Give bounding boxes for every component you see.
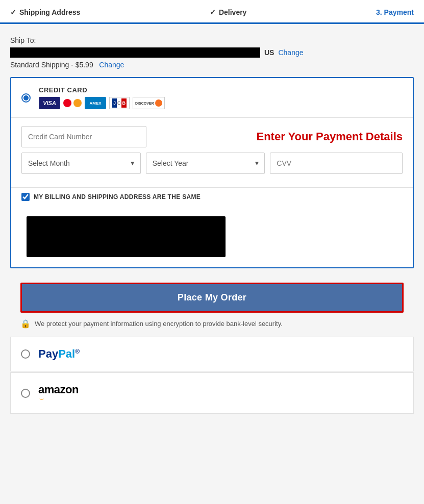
month-wrapper: Select Month010203040506070809101112 ▼: [21, 153, 141, 174]
billing-address-block: [21, 211, 403, 262]
amex-logo: AMEX: [85, 97, 106, 109]
cc-number-row: Enter Your Payment Details: [21, 126, 403, 147]
step3-label: 3. Payment: [376, 8, 414, 16]
billing-label: MY BILLING AND SHIPPING ADDRESS ARE THE …: [34, 193, 201, 200]
paypal-logo: PayPal®: [38, 347, 80, 361]
step2-check-icon: ✓: [210, 8, 216, 16]
card-logos: VISA AMEX J C B D: [39, 97, 165, 109]
credit-card-option-header: CREDIT CARD VISA AMEX J C B: [11, 78, 413, 117]
year-wrapper: Select Year20242025202620272028202920302…: [146, 153, 265, 174]
credit-card-title: CREDIT CARD: [39, 86, 165, 94]
security-note: 🔒 We protect your payment information us…: [20, 319, 404, 329]
country-code: US: [264, 48, 274, 57]
billing-same-checkbox[interactable]: [21, 193, 30, 201]
discover-logo: DISCOVER: [133, 97, 165, 109]
select-month[interactable]: Select Month010203040506070809101112: [21, 153, 141, 174]
step-payment: 3. Payment: [376, 8, 414, 16]
change-shipping-link[interactable]: Change: [99, 61, 124, 69]
lock-icon: 🔒: [20, 319, 31, 329]
place-order-button-wrapper: Place My Order: [20, 283, 404, 313]
credit-card-section: CREDIT CARD VISA AMEX J C B: [10, 77, 414, 268]
cvv-input[interactable]: [270, 153, 403, 174]
payment-form: Enter Your Payment Details Select Month0…: [11, 117, 413, 187]
billing-checkbox-row: MY BILLING AND SHIPPING ADDRESS ARE THE …: [11, 187, 413, 206]
amazon-logo: amazon ⌣: [38, 383, 79, 403]
step1-check-icon: ✓: [10, 8, 16, 16]
credit-card-info: CREDIT CARD VISA AMEX J C B: [39, 86, 165, 109]
change-address-link[interactable]: Change: [278, 48, 303, 57]
place-order-button[interactable]: Place My Order: [22, 284, 402, 311]
place-order-section: Place My Order 🔒 We protect your payment…: [10, 274, 414, 337]
security-text: We protect your payment information usin…: [35, 320, 283, 327]
address-row: US Change: [10, 47, 414, 58]
mastercard-logo: [63, 97, 82, 109]
paypal-section[interactable]: PayPal®: [10, 337, 414, 371]
step-shipping: ✓ Shipping Address: [10, 8, 80, 16]
jcb-logo: J C B: [109, 97, 130, 109]
step-delivery: ✓ Delivery: [210, 8, 246, 16]
select-year[interactable]: Select Year20242025202620272028202920302…: [146, 153, 265, 174]
amazon-radio[interactable]: [21, 389, 30, 398]
enter-payment-label: Enter Your Payment Details: [152, 130, 403, 143]
billing-address-redacted: [27, 216, 226, 257]
progress-bar: ✓ Shipping Address ✓ Delivery 3. Payment: [0, 0, 424, 24]
expiry-cvv-row: Select Month010203040506070809101112 ▼ S…: [21, 153, 403, 174]
step1-label: Shipping Address: [19, 8, 80, 16]
amazon-text: amazon: [38, 383, 79, 396]
credit-card-number-input[interactable]: [21, 126, 146, 147]
paypal-radio[interactable]: [21, 349, 30, 359]
paypal-registered: ®: [75, 348, 80, 355]
paypal-text-pay: Pay: [38, 347, 58, 360]
shipping-line: Standard Shipping - $5.99 Change: [10, 61, 414, 69]
visa-logo: VISA: [39, 97, 60, 109]
main-content: Ship To: US Change Standard Shipping - $…: [0, 24, 424, 426]
step2-label: Delivery: [219, 8, 246, 16]
amazon-smile-icon: ⌣: [39, 394, 44, 403]
credit-card-radio[interactable]: [21, 93, 31, 103]
paypal-text-pal: Pal: [58, 347, 75, 360]
address-redacted: [10, 47, 260, 58]
amazon-section[interactable]: amazon ⌣: [10, 372, 414, 414]
ship-to-label: Ship To:: [10, 36, 414, 44]
